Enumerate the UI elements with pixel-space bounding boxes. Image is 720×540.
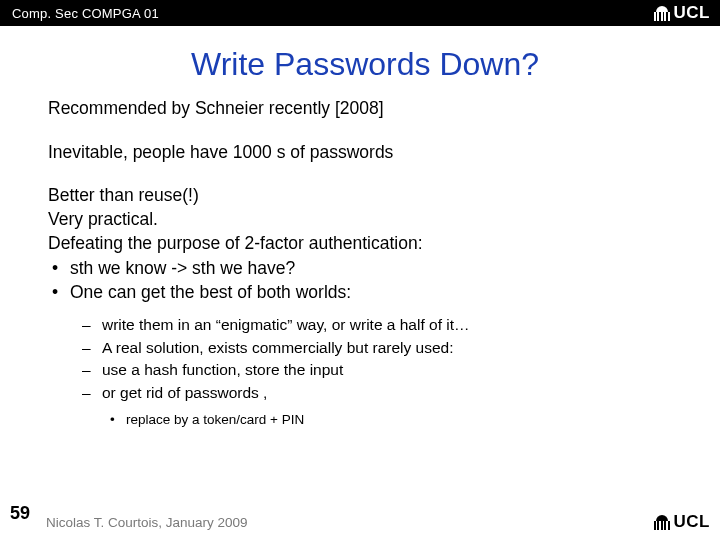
- ucl-logo-top: UCL: [654, 3, 710, 23]
- portico-icon: [654, 6, 670, 21]
- subsub-bullet-list: replace by a token/card + PIN: [108, 410, 682, 430]
- paragraph-1: Recommended by Schneier recently [2008]: [48, 97, 682, 121]
- footer-author: Nicolas T. Courtois, January 2009: [46, 515, 248, 530]
- ucl-logo-bottom: UCL: [654, 512, 710, 532]
- slide: Comp. Sec COMPGA 01 UCL Write Passwords …: [0, 0, 720, 540]
- footer: 59 Nicolas T. Courtois, January 2009 UCL: [0, 494, 720, 540]
- course-code: Comp. Sec COMPGA 01: [12, 6, 159, 21]
- portico-icon: [654, 515, 670, 530]
- bullet-both-worlds: One can get the best of both worlds:: [48, 281, 682, 305]
- top-bar: Comp. Sec COMPGA 01 UCL: [0, 0, 720, 26]
- slide-title: Write Passwords Down?: [48, 46, 682, 83]
- content-area: Write Passwords Down? Recommended by Sch…: [0, 26, 720, 431]
- line-better: Better than reuse(!): [48, 184, 682, 208]
- page-number: 59: [10, 503, 30, 524]
- sub-rid: or get rid of passwords ,: [78, 382, 682, 404]
- line-defeating: Defeating the purpose of 2-factor authen…: [48, 232, 682, 256]
- bullet-list: sth we know -> sth we have? One can get …: [48, 257, 682, 304]
- sub-real-solution: A real solution, exists commercially but…: [78, 337, 682, 359]
- subsub-token: replace by a token/card + PIN: [108, 410, 682, 430]
- sub-enigmatic: write them in an “enigmatic” way, or wri…: [78, 314, 682, 336]
- line-practical: Very practical.: [48, 208, 682, 232]
- logo-text-top: UCL: [674, 3, 710, 23]
- paragraph-2: Inevitable, people have 1000 s of passwo…: [48, 141, 682, 165]
- sub-bullet-list: write them in an “enigmatic” way, or wri…: [78, 314, 682, 404]
- logo-text-bottom: UCL: [674, 512, 710, 532]
- bullet-know-have: sth we know -> sth we have?: [48, 257, 682, 281]
- sub-hash: use a hash function, store the input: [78, 359, 682, 381]
